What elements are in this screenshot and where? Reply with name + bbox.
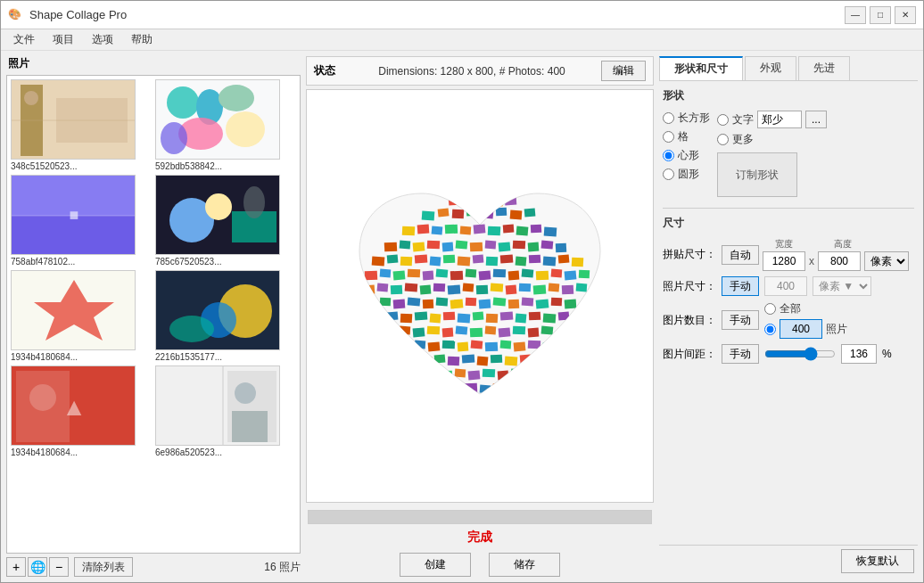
spacing-slider[interactable] xyxy=(764,347,836,361)
list-item[interactable]: ▲ 1934b4180684... xyxy=(11,365,152,457)
photo-size-manual-button[interactable]: 手动 xyxy=(722,276,759,296)
list-item[interactable]: 2216b1535177... xyxy=(155,270,296,362)
shape-label-rectangle: 长方形 xyxy=(678,111,710,126)
list-item[interactable]: 592bdb538842... xyxy=(155,79,296,171)
photos-scroll[interactable]: 348c51520523... xyxy=(7,76,300,553)
svg-rect-42 xyxy=(422,211,435,221)
shape-radio-heart[interactable]: 心形 xyxy=(663,148,710,163)
menu-options[interactable]: 选项 xyxy=(83,30,122,49)
svg-rect-110 xyxy=(433,283,445,292)
shape-radio-circle[interactable]: 圆形 xyxy=(663,167,710,182)
text-shape-input[interactable] xyxy=(757,111,802,128)
svg-rect-36 xyxy=(232,411,268,442)
shape-radio-input-rectangle[interactable] xyxy=(663,112,674,124)
collage-size-auto-button[interactable]: 自动 xyxy=(722,245,759,265)
restore-defaults-button[interactable]: 恢复默认 xyxy=(841,549,914,573)
photo-spacing-manual-button[interactable]: 手动 xyxy=(722,344,759,364)
svg-rect-56 xyxy=(488,226,501,236)
svg-rect-138 xyxy=(400,314,413,324)
tab-appearance[interactable]: 外观 xyxy=(745,56,796,80)
photo-spacing-label: 图片间距： xyxy=(663,347,716,362)
custom-shape-button[interactable]: 订制形状 xyxy=(717,152,797,197)
photo-count-manual-button[interactable]: 手动 xyxy=(722,310,759,330)
shape-radio-input-text[interactable] xyxy=(717,114,729,126)
svg-rect-54 xyxy=(460,226,472,235)
svg-rect-52 xyxy=(432,226,443,234)
center-panel: 状态 Dimensions: 1280 x 800, # Photos: 400… xyxy=(306,56,654,577)
shape-radio-more[interactable]: 更多 xyxy=(717,132,754,147)
shape-col-right: 文字 ... 更多 订制形状 xyxy=(717,111,827,197)
svg-text:▲: ▲ xyxy=(62,393,87,421)
photo-count-options: 全部 照片 xyxy=(764,301,847,339)
shape-radio-input-heart[interactable] xyxy=(663,150,674,161)
collage-width-input[interactable] xyxy=(763,251,805,271)
svg-rect-38 xyxy=(465,198,475,207)
photo-label: 2216b1535177... xyxy=(155,352,222,362)
svg-rect-97 xyxy=(479,270,491,280)
svg-rect-144 xyxy=(486,314,499,324)
svg-rect-146 xyxy=(516,313,527,323)
progress-bar-container xyxy=(306,510,654,524)
svg-rect-184 xyxy=(468,370,481,380)
list-item[interactable]: 348c51520523... xyxy=(11,79,152,171)
collage-unit-select[interactable]: 像素 xyxy=(864,251,909,271)
count-specific-input[interactable] xyxy=(780,319,822,339)
globe-button[interactable]: 🌐 xyxy=(28,557,47,577)
tab-advanced[interactable]: 先进 xyxy=(798,56,850,80)
svg-rect-126 xyxy=(436,298,449,307)
list-item[interactable]: 6e986a520523... xyxy=(155,365,296,457)
add-photo-button[interactable]: + xyxy=(6,557,26,577)
list-item[interactable]: 1934b4180684... xyxy=(11,270,152,362)
menu-file[interactable]: 文件 xyxy=(4,30,44,49)
svg-rect-118 xyxy=(549,283,560,292)
svg-rect-123 xyxy=(393,300,406,309)
svg-rect-166 xyxy=(458,342,469,352)
edit-button[interactable]: 编辑 xyxy=(601,61,646,81)
photo-size-input[interactable] xyxy=(764,276,807,296)
photo-label: 348c51520523... xyxy=(11,161,78,171)
shape-radio-rectangle[interactable]: 长方形 xyxy=(663,111,710,126)
count-specific-radio[interactable] xyxy=(764,324,776,335)
remove-photo-button[interactable]: − xyxy=(49,557,69,577)
photo-size-unit[interactable]: 像素 ▼ xyxy=(813,276,871,296)
list-item[interactable]: 785c67520523... xyxy=(155,175,296,267)
svg-rect-147 xyxy=(529,312,540,321)
shape-radio-input-grid[interactable] xyxy=(663,131,674,143)
close-button[interactable]: ✕ xyxy=(895,6,916,24)
spacing-value-input[interactable] xyxy=(841,344,877,364)
right-panel: 形状和尺寸 外观 先进 形状 长方形 xyxy=(659,56,918,577)
minimize-button[interactable]: — xyxy=(845,6,866,24)
photos-list-container: 348c51520523... xyxy=(6,75,301,554)
svg-rect-89 xyxy=(365,271,378,281)
shape-radio-input-circle[interactable] xyxy=(663,168,674,180)
svg-rect-179 xyxy=(505,357,518,366)
svg-rect-85 xyxy=(529,255,540,264)
svg-rect-61 xyxy=(384,242,398,252)
create-button[interactable]: 创建 xyxy=(400,553,471,577)
clear-list-button[interactable]: 清除列表 xyxy=(74,557,133,577)
shape-radio-text[interactable]: 文字 xyxy=(717,112,754,127)
x-sep xyxy=(809,238,818,250)
svg-rect-140 xyxy=(430,313,441,323)
tab-shape-size[interactable]: 形状和尺寸 xyxy=(659,56,743,80)
svg-rect-109 xyxy=(420,284,432,294)
count-all-radio[interactable]: 全部 xyxy=(764,301,847,316)
collage-height-input[interactable] xyxy=(818,251,861,271)
photo-thumbnail: ▲ xyxy=(11,365,136,446)
save-button[interactable]: 储存 xyxy=(489,553,560,577)
svg-rect-70 xyxy=(513,241,525,250)
svg-rect-182 xyxy=(440,371,453,381)
dots-button[interactable]: ... xyxy=(805,111,827,128)
shape-radio-input-more[interactable] xyxy=(717,134,729,145)
count-all-radio-input[interactable] xyxy=(764,303,776,315)
menu-help[interactable]: 帮助 xyxy=(122,30,161,49)
menu-project[interactable]: 项目 xyxy=(44,30,83,49)
list-item[interactable]: ■ 758abf478102... xyxy=(11,175,152,267)
photo-label: 592bdb538842... xyxy=(155,161,222,171)
shape-label-text: 文字 xyxy=(732,112,754,127)
svg-rect-65 xyxy=(442,242,454,252)
svg-rect-177 xyxy=(477,356,489,365)
maximize-button[interactable]: □ xyxy=(870,6,891,24)
svg-rect-149 xyxy=(558,311,570,320)
shape-radio-grid[interactable]: 格 xyxy=(663,129,710,144)
